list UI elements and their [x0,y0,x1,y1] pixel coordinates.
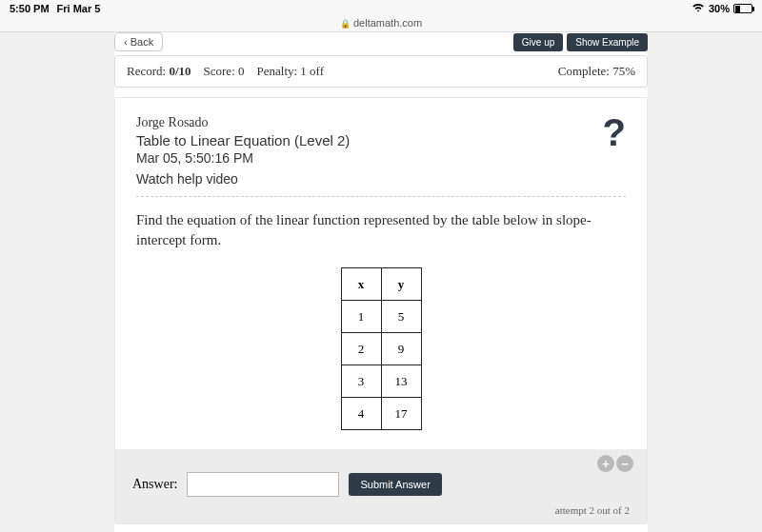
complete-value: 75% [612,64,635,78]
answer-label: Answer: [132,477,177,492]
lock-icon: 🔒 [340,19,351,29]
battery-percent: 30% [709,3,730,14]
plus-icon[interactable]: + [597,455,614,472]
show-example-button[interactable]: Show Example [567,33,648,51]
status-time: 5:50 PM [10,3,50,14]
device-status-bar: 5:50 PM Fri Mar 5 30% [0,0,762,17]
watch-help-video-link[interactable]: Watch help video [136,171,350,187]
help-icon[interactable]: ? [603,111,626,154]
assignment-title: Table to Linear Equation (Level 2) [136,132,350,148]
browser-url-bar[interactable]: 🔒 deltamath.com [0,17,762,32]
answer-input[interactable] [187,472,339,497]
back-button[interactable]: ‹ Back [114,32,163,51]
submit-answer-button[interactable]: Submit Answer [349,473,441,496]
battery-icon [733,4,752,13]
penalty-label: Penalty: [257,64,298,78]
minus-icon[interactable]: − [616,455,633,472]
timestamp: Mar 05, 5:50:16 PM [136,150,350,166]
wifi-icon [692,2,705,15]
url-text: deltamath.com [353,17,422,29]
record-label: Record: [127,64,166,78]
student-name: Jorge Rosado [136,115,350,130]
table-row: 3 13 [341,365,421,398]
give-up-button[interactable]: Give up [513,33,563,51]
record-value: 0/10 [169,64,190,78]
score-label: Score: [204,64,235,78]
table-header-x: x [341,268,381,301]
answer-panel: + − Answer: Submit Answer attempt 2 out … [115,449,647,523]
complete-label: Complete: [558,64,610,78]
table-header-y: y [381,268,421,301]
record-bar: Record: 0/10 Score: 0 Penalty: 1 off Com… [114,55,648,88]
data-table: x y 1 5 2 9 3 13 4 17 [341,267,422,430]
divider [136,196,626,197]
score-value: 0 [238,64,245,78]
problem-card: Jorge Rosado Table to Linear Equation (L… [114,97,648,524]
attempt-text: attempt 2 out of 2 [132,504,630,516]
question-text: Find the equation of the linear function… [136,210,626,250]
table-row: 2 9 [341,333,421,365]
table-row: 4 17 [341,398,421,430]
table-row: 1 5 [341,301,421,333]
status-date: Fri Mar 5 [57,3,101,14]
penalty-value: 1 off [300,64,324,78]
